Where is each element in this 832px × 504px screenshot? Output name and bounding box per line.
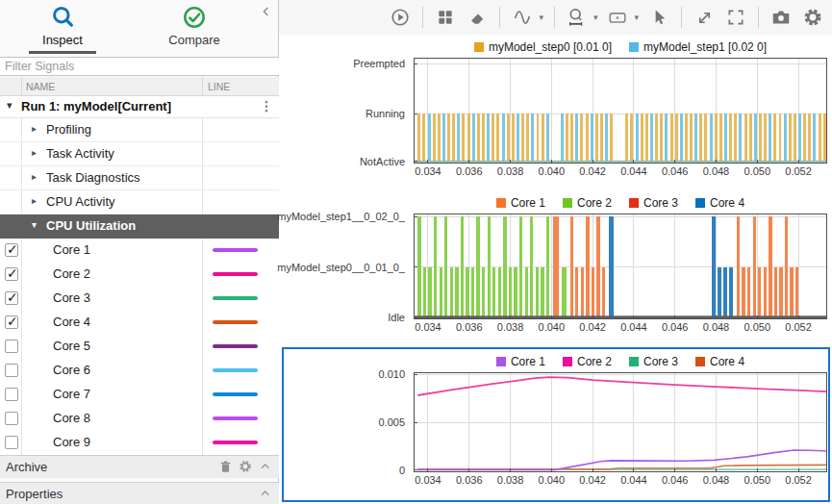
- kebab-menu-icon[interactable]: [258, 98, 275, 115]
- legend-item: Core 2: [563, 192, 612, 214]
- legend-swatch: [563, 198, 572, 208]
- pointer-icon[interactable]: [647, 6, 670, 29]
- expand-icon[interactable]: [693, 6, 716, 29]
- legend-item: Core 4: [695, 351, 744, 372]
- core-3-line-swatch: [213, 296, 258, 300]
- camera-icon[interactable]: [769, 6, 793, 29]
- plot-area[interactable]: [414, 372, 827, 472]
- search-input[interactable]: [0, 57, 279, 76]
- core-list: ✓Core 1✓Core 2✓Core 3✓Core 4Core 5Core 6…: [0, 239, 279, 455]
- x-tick-label: 0.040: [539, 165, 566, 177]
- chevron-right-icon[interactable]: ▸: [32, 147, 37, 158]
- chevron-down-icon[interactable]: ▾: [32, 219, 37, 230]
- legend-swatch: [629, 198, 639, 208]
- core-row-core-3: ✓Core 3: [0, 287, 279, 311]
- legend-swatch: [496, 357, 506, 366]
- tree-group-cpu-activity[interactable]: ▸CPU Activity: [0, 190, 279, 214]
- x-tick-label: 0.046: [662, 474, 689, 486]
- core-4-checkbox[interactable]: ✓: [5, 315, 18, 329]
- x-tick-label: 0.042: [579, 474, 606, 486]
- x-tick-label: 0.052: [785, 474, 812, 486]
- column-header-row: NAME LINE: [0, 77, 279, 96]
- plot-area[interactable]: [414, 214, 827, 319]
- legend-swatch: [629, 42, 639, 52]
- y-tick-label: Running: [366, 108, 405, 119]
- legend-swatch: [695, 357, 705, 366]
- core-1-checkbox[interactable]: ✓: [5, 243, 18, 257]
- legend-item: myModel_step0 [0.01 0]: [474, 37, 612, 58]
- tab-compare-label: Compare: [137, 33, 252, 47]
- dropdown-caret-icon[interactable]: ▾: [539, 13, 543, 22]
- legend-item: Core 1: [496, 192, 545, 214]
- cpu-utilization-chart[interactable]: Core 1Core 2Core 3Core 40.0100.00500.034…: [284, 351, 828, 488]
- signal-wave-icon[interactable]: [511, 6, 534, 29]
- zoom-in-time-icon[interactable]: [566, 6, 589, 29]
- chevron-right-icon[interactable]: ▸: [32, 195, 37, 206]
- core-4-line-swatch: [213, 320, 258, 324]
- eraser-icon[interactable]: [466, 6, 489, 29]
- x-tick-label: 0.042: [579, 165, 606, 177]
- run-row[interactable]: ▾ Run 1: myModel[Current]: [0, 96, 279, 118]
- core-3-checkbox[interactable]: ✓: [5, 291, 18, 305]
- chart-legend: Core 1Core 2Core 3Core 4: [414, 192, 827, 214]
- dropdown-caret-icon[interactable]: ▾: [634, 13, 639, 22]
- tree-group-task-diagnostics[interactable]: ▸Task Diagnostics: [0, 166, 279, 190]
- x-tick-label: 0.052: [785, 321, 812, 333]
- signal-tree: ▸Profiling▸Task Activity▸Task Diagnostic…: [0, 118, 279, 455]
- tree-group-cpu-utilization[interactable]: ▾CPU Utilization: [0, 214, 279, 239]
- checkmark-icon: ✓: [7, 241, 18, 257]
- legend-item: Core 2: [563, 351, 612, 372]
- core-2-checkbox[interactable]: ✓: [5, 267, 18, 281]
- chart-legend: Core 1Core 2Core 3Core 4: [414, 351, 827, 372]
- core-row-core-1: ✓Core 1: [0, 239, 279, 263]
- archive-label: Archive: [6, 460, 47, 474]
- legend-swatch: [563, 357, 572, 366]
- core-row-core-8: Core 8: [0, 407, 279, 431]
- chevron-down-icon[interactable]: ▾: [7, 99, 13, 112]
- tab-bar: Inspect Compare: [0, 0, 278, 55]
- core-row-core-2: ✓Core 2: [0, 263, 279, 287]
- core-2-line-swatch: [213, 272, 258, 276]
- x-tick-label: 0.042: [579, 321, 606, 333]
- replay-icon[interactable]: [389, 6, 412, 29]
- core-7-line-swatch: [213, 392, 258, 396]
- tree-groups: ▸Profiling▸Task Activity▸Task Diagnostic…: [0, 118, 279, 239]
- fit-to-view-icon[interactable]: [724, 6, 747, 29]
- properties-section-header[interactable]: Properties: [0, 482, 279, 504]
- x-tick-label: 0.034: [415, 474, 441, 486]
- core-row-core-7: Core 7: [0, 383, 279, 407]
- tab-inspect[interactable]: Inspect: [5, 4, 120, 47]
- core-5-checkbox[interactable]: [5, 340, 18, 353]
- archive-section-header[interactable]: Archive: [0, 455, 279, 478]
- core-row-core-5: Core 5: [0, 335, 279, 359]
- settings-gear-icon[interactable]: [801, 6, 824, 29]
- core-8-checkbox[interactable]: [5, 412, 18, 425]
- collapse-properties-icon[interactable]: [258, 486, 275, 503]
- chevron-right-icon[interactable]: ▸: [32, 171, 37, 182]
- legend-item: Core 4: [695, 192, 744, 214]
- core-9-checkbox[interactable]: [5, 436, 18, 449]
- core-6-line-swatch: [213, 368, 258, 372]
- x-tick-label: 0.038: [497, 165, 524, 177]
- legend-swatch: [496, 198, 506, 208]
- tab-compare[interactable]: Compare: [137, 4, 252, 47]
- core-7-checkbox[interactable]: [5, 388, 18, 401]
- data-cursor-icon[interactable]: [606, 6, 629, 29]
- dropdown-caret-icon[interactable]: ▾: [593, 13, 598, 22]
- plot-toolbar: ▾ ▾ ▾: [279, 0, 832, 35]
- tree-group-profiling[interactable]: ▸Profiling: [0, 118, 279, 142]
- compare-check-icon: [137, 4, 252, 31]
- collapse-sidebar-icon[interactable]: [259, 4, 274, 19]
- chart-legend: myModel_step0 [0.01 0]myModel_step1 [0.0…: [414, 37, 827, 58]
- plot-area[interactable]: [414, 58, 827, 164]
- archive-settings-gear-icon[interactable]: [238, 459, 255, 476]
- task-state-chart[interactable]: myModel_step0 [0.01 0]myModel_step1 [0.0…: [279, 37, 832, 179]
- layout-grid-icon[interactable]: [434, 6, 457, 29]
- trash-icon[interactable]: [217, 459, 235, 476]
- tree-group-task-activity[interactable]: ▸Task Activity: [0, 142, 279, 166]
- chevron-right-icon[interactable]: ▸: [32, 123, 37, 134]
- properties-label: Properties: [6, 487, 63, 501]
- core-activity-chart[interactable]: Core 1Core 2Core 3Core 4myModel_step1__0…: [279, 192, 832, 335]
- collapse-archive-icon[interactable]: [258, 459, 275, 476]
- core-6-checkbox[interactable]: [5, 364, 18, 377]
